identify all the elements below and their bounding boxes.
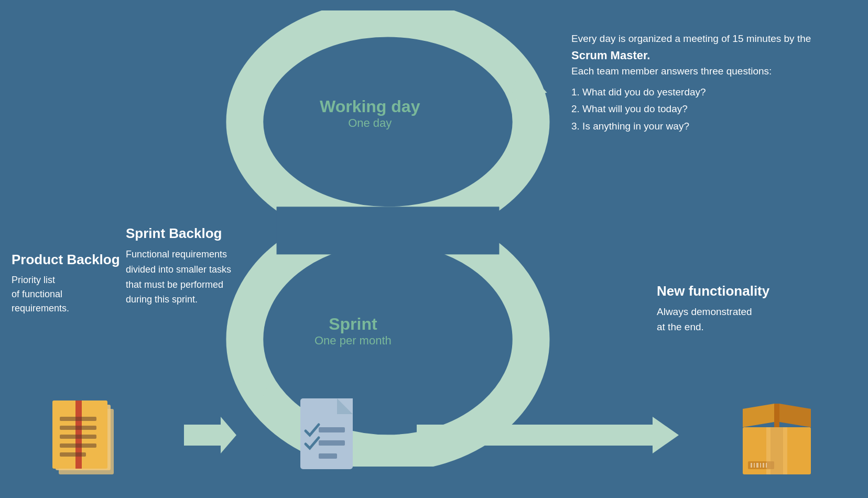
svg-rect-33 bbox=[763, 463, 764, 468]
product-backlog-title: Product Backlog bbox=[12, 252, 120, 268]
new-functionality-icon bbox=[735, 393, 819, 477]
sprint-backlog-desc: Functional requirements divided into sma… bbox=[126, 247, 236, 307]
svg-rect-29 bbox=[751, 463, 752, 468]
new-functionality-section: New functionality Always demonstrated at… bbox=[657, 283, 769, 334]
svg-rect-35 bbox=[766, 427, 787, 474]
svg-rect-31 bbox=[756, 463, 758, 468]
svg-marker-22 bbox=[417, 417, 679, 453]
new-functionality-title: New functionality bbox=[657, 283, 769, 299]
big-center-arrow bbox=[417, 417, 679, 453]
sprint-backlog-title: Sprint Backlog bbox=[126, 225, 236, 242]
svg-marker-25 bbox=[779, 404, 811, 427]
svg-rect-26 bbox=[774, 404, 779, 427]
working-day-questions: 1. What did you do yesterday? 2. What wi… bbox=[571, 84, 811, 135]
new-functionality-desc: Always demonstrated at the end. bbox=[657, 305, 769, 334]
svg-rect-10 bbox=[60, 426, 96, 430]
svg-rect-19 bbox=[319, 427, 345, 432]
svg-marker-14 bbox=[184, 417, 236, 453]
working-day-info-section: Every day is organized a meeting of 15 m… bbox=[571, 31, 811, 135]
product-backlog-icon bbox=[49, 393, 128, 477]
svg-rect-21 bbox=[319, 453, 337, 459]
svg-marker-24 bbox=[743, 404, 774, 427]
svg-rect-20 bbox=[319, 440, 345, 446]
bottom-row bbox=[0, 383, 868, 488]
arrow-1 bbox=[184, 417, 236, 453]
sprint-backlog-icon bbox=[292, 393, 361, 477]
svg-rect-32 bbox=[760, 463, 761, 468]
sprint-backlog-section: Sprint Backlog Functional requirements d… bbox=[126, 225, 236, 307]
sprint-label: Sprint One per month bbox=[314, 315, 392, 348]
svg-rect-30 bbox=[754, 463, 755, 468]
product-backlog-desc: Priority list of functional requirements… bbox=[12, 273, 120, 316]
svg-rect-9 bbox=[60, 417, 96, 421]
working-day-intro: Every day is organized a meeting of 15 m… bbox=[571, 31, 811, 79]
product-backlog-section: Product Backlog Priority list of functio… bbox=[12, 252, 120, 316]
svg-rect-12 bbox=[60, 443, 96, 448]
svg-rect-13 bbox=[60, 452, 86, 457]
main-container: Working day One day Sprint One per month… bbox=[0, 0, 868, 498]
svg-rect-11 bbox=[60, 435, 96, 439]
svg-rect-2 bbox=[277, 207, 500, 254]
working-day-label: Working day One day bbox=[320, 97, 420, 130]
